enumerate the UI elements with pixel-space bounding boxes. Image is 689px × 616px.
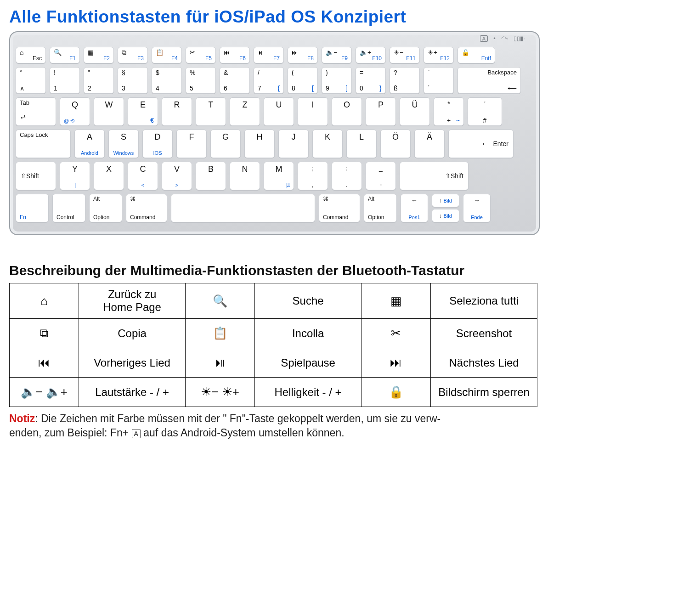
letter-key-I: I (298, 97, 328, 126)
num-key-2: "2 (84, 67, 114, 94)
option-right-key: AltOption (364, 194, 397, 222)
letter-row-q: Tab⇄Q@ ⟲WE€RTZUIOPÜ*+~'# (16, 97, 533, 126)
desc-icon: ⏮ (10, 348, 79, 378)
number-row: °∧!1"2§3$4%5&6/7{(8[)9]=0}?ß`´Backspace⟵ (16, 67, 533, 94)
desc-text: Bildschirm sperren (431, 378, 537, 407)
desc-text: Lautstärke - / + (79, 378, 186, 407)
desc-icon: 🔒 (361, 378, 430, 407)
note-chip-icon: A (132, 429, 141, 439)
num-key-9: )9] (322, 67, 352, 94)
fn-key-f12: ☀+F12 (424, 47, 454, 63)
description-title: Beschreibung der Multimedia-Funktionstas… (9, 263, 680, 278)
key-X: X (94, 162, 124, 190)
letter-key-T: T (196, 97, 226, 126)
keyboard-illustration: A • ◠◦ ▯▯▮· ⌂Esc🔍F1▦F2⧉F3📋F4✂F5⏮F6⏯F7⏭F8… (9, 31, 540, 235)
letter-key-A: AAndroid (74, 130, 105, 158)
desc-icon: 🔈− 🔈+ (10, 378, 79, 407)
command-left-key: ⌘Command (126, 194, 167, 222)
letter-key-D: DIOS (142, 130, 173, 158)
space-key (171, 194, 315, 222)
tab-key: Tab⇄ (16, 97, 56, 126)
fn-key-f8: ⏭F8 (288, 47, 318, 63)
desc-text: Helligkeit - / + (255, 378, 361, 407)
bottom-row: FnControlAltOption⌘Command⌘CommandAltOpt… (16, 194, 533, 222)
letter-key-Ü: Ü (400, 97, 430, 126)
desc-text: Copia (79, 319, 186, 348)
key-B: B (196, 162, 226, 190)
letter-key-E: E€ (128, 97, 158, 126)
letter-key-K: K (312, 130, 343, 158)
num-key-∧: °∧ (16, 67, 46, 94)
letter-key-Ö: Ö (380, 130, 411, 158)
wifi-icon: ◠◦ (501, 35, 508, 42)
num-key-6: &6 (220, 67, 250, 94)
control-key: Control (52, 194, 85, 222)
note-text: Notiz: Die Zeichen mit Farbe müssen mit … (9, 412, 537, 440)
letter-key-Ä: Ä (414, 130, 445, 158)
fn-key-f6: ⏮F6 (220, 47, 250, 63)
shift-left-key: ⇧Shift (16, 162, 56, 190)
function-description-table: ⌂Zurück zuHome Page🔍Suche▦Seleziona tutt… (9, 283, 537, 407)
note-part3: auf das Android-System umstellen können. (143, 427, 344, 439)
dot-indicator: • (493, 35, 496, 42)
desc-icon: ⌂ (10, 283, 79, 319)
letter-key-P: P (366, 97, 396, 126)
fn-key-f11: ☀−F11 (390, 47, 420, 63)
letter-key-H: H (244, 130, 275, 158)
arrow-left-key: ←Pos1 (401, 194, 428, 222)
key-Y: Yǀ (60, 162, 90, 190)
note-label: Notiz (9, 413, 35, 424)
desc-text: Seleziona tutti (431, 283, 537, 319)
battery-icon: ▯▯▮· (514, 35, 525, 42)
num-key-0: =0} (356, 67, 386, 94)
key-,: ;, (298, 162, 328, 190)
letter-key-F: F (176, 130, 207, 158)
letter-key-L: L (346, 130, 377, 158)
shift-right-key: ⇧Shift (400, 162, 469, 190)
option-left-key: AltOption (89, 194, 122, 222)
desc-icon: ⏯ (185, 348, 254, 378)
arrow-right-key: →Ende (463, 194, 491, 222)
letter-key-G: G (210, 130, 241, 158)
key-M: Mµ (264, 162, 294, 190)
letter-row-y: ⇧ShiftYǀXC<V>BNMµ;,:._-⇧Shift (16, 162, 533, 190)
fn-key-f10: 🔈+F10 (356, 47, 386, 63)
key-.: :. (332, 162, 362, 190)
num-key-ß: ?ß (390, 67, 420, 94)
key--: _- (366, 162, 396, 190)
caps-indicator: A (480, 35, 488, 42)
letter-key-R: R (162, 97, 192, 126)
key-V: V> (162, 162, 192, 190)
num-key-4: $4 (152, 67, 182, 94)
desc-text: Spielpause (255, 348, 361, 378)
enter-key: ⟵ Enter (448, 130, 514, 158)
num-key-´: `´ (424, 67, 454, 94)
desc-text: Zurück zuHome Page (79, 283, 186, 319)
hash-key: '# (468, 97, 502, 126)
arrow-down-key: ↓ Bild (432, 209, 459, 222)
letter-key-W: W (94, 97, 124, 126)
keyboard-status-bar: A • ◠◦ ▯▯▮· (480, 35, 525, 42)
num-key-5: %5 (186, 67, 216, 94)
command-right-key: ⌘Command (319, 194, 360, 222)
arrow-up-key: ↑ Bild (432, 194, 459, 207)
letter-key-S: SWindows (108, 130, 139, 158)
desc-icon: ⧉ (10, 319, 79, 348)
fn-key-f5: ✂F5 (186, 47, 216, 63)
letter-key-O: O (332, 97, 362, 126)
letter-key-J: J (278, 130, 309, 158)
desc-icon: ✂ (361, 319, 430, 348)
num-key-1: !1 (50, 67, 80, 94)
note-part2: enden, zum Beispiel: Fn+ (9, 427, 132, 439)
fn-key-f1: 🔍F1 (50, 47, 80, 63)
fn-key-f2: ▦F2 (84, 47, 114, 63)
desc-text: Nächstes Lied (431, 348, 537, 378)
desc-text: Incolla (255, 319, 361, 348)
desc-icon: ▦ (361, 283, 430, 319)
fn-key-f9: 🔈−F9 (322, 47, 352, 63)
letter-key-Q: Q@ ⟲ (60, 97, 90, 126)
backspace-key: Backspace⟵ (457, 67, 521, 94)
desc-icon: ⏭ (361, 348, 430, 378)
letter-key-+: *+~ (434, 97, 464, 126)
fn-key-f3: ⧉F3 (118, 47, 148, 63)
